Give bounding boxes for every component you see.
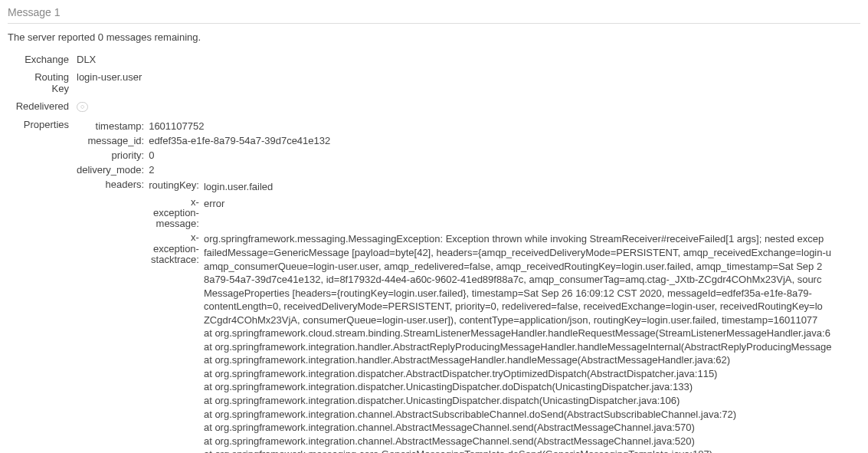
row-properties: Properties timestamp: 1601107752 message… <box>8 116 831 453</box>
label-message-id: message_id: <box>77 133 149 148</box>
row-header-x-exception-message: x- exception- message: error <box>149 195 831 231</box>
value-header-x-exception-stacktrace: org.springframework.messaging.MessagingE… <box>204 231 831 453</box>
row-routing-key: Routing Key login-user.user <box>8 68 831 97</box>
label-priority: priority: <box>77 148 149 162</box>
row-redelivered: Redelivered ○ <box>8 97 831 116</box>
label-header-x-exception-stacktrace: x- exception- stacktrace: <box>149 231 204 453</box>
row-delivery-mode: delivery_mode: 2 <box>77 162 831 177</box>
value-header-x-exception-message: error <box>204 195 831 231</box>
label-routing-key: Routing Key <box>8 68 77 97</box>
row-header-x-exception-stacktrace: x- exception- stacktrace: org.springfram… <box>149 231 831 453</box>
remaining-prefix: The server reported <box>8 31 98 43</box>
value-timestamp: 1601107752 <box>149 119 831 133</box>
value-header-routingkey: login.user.failed <box>204 179 831 195</box>
label-properties: Properties <box>8 116 77 453</box>
value-redelivered: ○ <box>77 102 88 112</box>
label-header-x-exception-message: x- exception- message: <box>149 195 204 231</box>
message-title: Message 1 <box>8 6 860 18</box>
row-header-routingkey: routingKey: login.user.failed <box>149 179 831 195</box>
label-timestamp: timestamp: <box>77 119 149 133</box>
headers-table: routingKey: login.user.failed x- excepti… <box>149 179 831 453</box>
properties-table: timestamp: 1601107752 message_id: edfef3… <box>77 119 831 453</box>
label-delivery-mode: delivery_mode: <box>77 162 149 177</box>
row-message-id: message_id: edfef35a-e1fe-8a79-54a7-39d7… <box>77 133 831 148</box>
row-timestamp: timestamp: 1601107752 <box>77 119 831 133</box>
message-table: Exchange DLX Routing Key login-user.user… <box>8 51 831 453</box>
value-exchange: DLX <box>77 51 831 68</box>
row-priority: priority: 0 <box>77 148 831 162</box>
value-priority: 0 <box>149 148 831 162</box>
value-message-id: edfef35a-e1fe-8a79-54a7-39d7ce41e132 <box>149 133 831 148</box>
label-header-routingkey: routingKey: <box>149 179 204 195</box>
label-redelivered: Redelivered <box>8 97 77 116</box>
remaining-message: The server reported 0 messages remaining… <box>8 31 860 43</box>
value-delivery-mode: 2 <box>149 162 831 177</box>
separator <box>8 23 860 24</box>
remaining-count: 0 <box>98 31 103 43</box>
remaining-suffix: messages remaining. <box>103 31 201 43</box>
row-headers: headers: routingKey: login.user.failed <box>77 177 831 453</box>
label-exchange: Exchange <box>8 51 77 68</box>
value-routing-key: login-user.user <box>77 68 831 97</box>
label-headers: headers: <box>77 177 149 453</box>
row-exchange: Exchange DLX <box>8 51 831 68</box>
